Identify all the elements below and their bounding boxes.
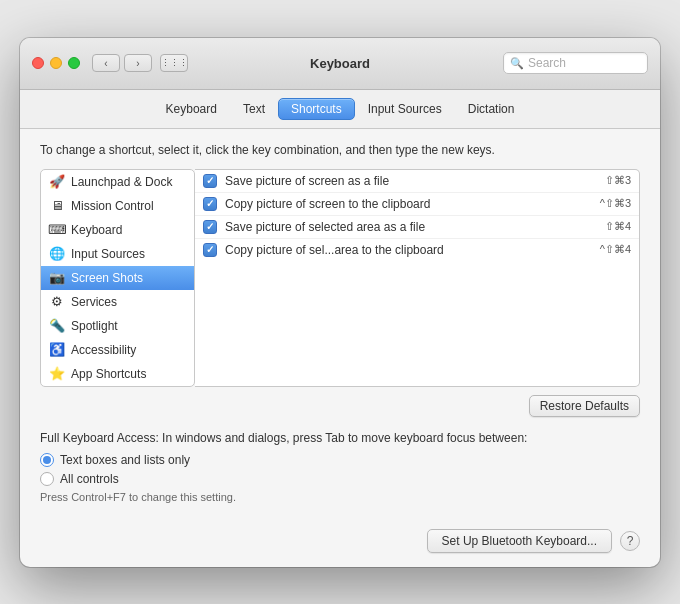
radio-option-all-controls[interactable]: All controls: [40, 472, 640, 486]
keyboard-preferences-window: ‹ › ⋮⋮⋮ Keyboard 🔍 Search Keyboard Text …: [20, 38, 660, 567]
sidebar-item-mission-control[interactable]: 🖥 Mission Control: [41, 194, 194, 218]
accessibility-icon: ♿: [49, 342, 65, 358]
search-placeholder: Search: [528, 56, 566, 70]
shortcut-label: Save picture of selected area as a file: [225, 220, 597, 234]
shortcut-row-1[interactable]: ✓ Copy picture of screen to the clipboar…: [195, 193, 639, 216]
app-shortcuts-icon: ⭐: [49, 366, 65, 382]
radio-all-controls[interactable]: [40, 472, 54, 486]
shortcut-keys: ^⇧⌘3: [600, 197, 631, 210]
tab-text[interactable]: Text: [230, 98, 278, 120]
tab-keyboard[interactable]: Keyboard: [153, 98, 230, 120]
spotlight-icon: 🔦: [49, 318, 65, 334]
checkbox-save-screen-file[interactable]: ✓: [203, 174, 217, 188]
sidebar-item-label: Input Sources: [71, 247, 145, 261]
sidebar-item-label: Keyboard: [71, 223, 122, 237]
maximize-button[interactable]: [68, 57, 80, 69]
forward-button[interactable]: ›: [124, 54, 152, 72]
sidebar: 🚀 Launchpad & Dock 🖥 Mission Control ⌨ K…: [40, 169, 195, 387]
window-title: Keyboard: [310, 56, 370, 71]
shortcut-row-0[interactable]: ✓ Save picture of screen as a file ⇧⌘3: [195, 170, 639, 193]
tabs-bar: Keyboard Text Shortcuts Input Sources Di…: [20, 90, 660, 129]
tab-input-sources[interactable]: Input Sources: [355, 98, 455, 120]
close-button[interactable]: [32, 57, 44, 69]
restore-btn-row: Restore Defaults: [40, 395, 640, 417]
radio-text-lists[interactable]: [40, 453, 54, 467]
content-area: To change a shortcut, select it, click t…: [20, 129, 660, 519]
control-info-text: Press Control+F7 to change this setting.: [40, 491, 640, 503]
setup-bluetooth-button[interactable]: Set Up Bluetooth Keyboard...: [427, 529, 612, 553]
grid-button[interactable]: ⋮⋮⋮: [160, 54, 188, 72]
instruction-text: To change a shortcut, select it, click t…: [40, 143, 640, 157]
search-box[interactable]: 🔍 Search: [503, 52, 648, 74]
help-button[interactable]: ?: [620, 531, 640, 551]
checkbox-save-area-file[interactable]: ✓: [203, 220, 217, 234]
restore-defaults-button[interactable]: Restore Defaults: [529, 395, 640, 417]
checkbox-copy-area-clipboard[interactable]: ✓: [203, 243, 217, 257]
full-keyboard-title: Full Keyboard Access: In windows and dia…: [40, 431, 640, 445]
radio-dot: [43, 456, 51, 464]
sidebar-item-app-shortcuts[interactable]: ⭐ App Shortcuts: [41, 362, 194, 386]
back-button[interactable]: ‹: [92, 54, 120, 72]
shortcuts-panel: ✓ Save picture of screen as a file ⇧⌘3 ✓…: [195, 169, 640, 387]
full-keyboard-section: Full Keyboard Access: In windows and dia…: [40, 431, 640, 503]
checkbox-copy-screen-clipboard[interactable]: ✓: [203, 197, 217, 211]
sidebar-item-services[interactable]: ⚙ Services: [41, 290, 194, 314]
screen-shots-icon: 📷: [49, 270, 65, 286]
shortcut-row-2[interactable]: ✓ Save picture of selected area as a fil…: [195, 216, 639, 239]
sidebar-item-launchpad[interactable]: 🚀 Launchpad & Dock: [41, 170, 194, 194]
mission-control-icon: 🖥: [49, 198, 65, 214]
sidebar-item-spotlight[interactable]: 🔦 Spotlight: [41, 314, 194, 338]
checkmark-icon: ✓: [206, 199, 214, 209]
shortcut-keys: ^⇧⌘4: [600, 243, 631, 256]
traffic-lights: [32, 57, 80, 69]
radio-option-text-lists[interactable]: Text boxes and lists only: [40, 453, 640, 467]
shortcut-label: Save picture of screen as a file: [225, 174, 597, 188]
shortcut-keys: ⇧⌘4: [605, 220, 631, 233]
tab-dictation[interactable]: Dictation: [455, 98, 528, 120]
nav-buttons: ‹ ›: [92, 54, 152, 72]
sidebar-item-input-sources[interactable]: 🌐 Input Sources: [41, 242, 194, 266]
tab-shortcuts[interactable]: Shortcuts: [278, 98, 355, 120]
search-icon: 🔍: [510, 57, 524, 70]
titlebar: ‹ › ⋮⋮⋮ Keyboard 🔍 Search: [20, 38, 660, 90]
radio-label-text-lists: Text boxes and lists only: [60, 453, 190, 467]
keyboard-icon: ⌨: [49, 222, 65, 238]
checkmark-icon: ✓: [206, 245, 214, 255]
sidebar-item-label: Launchpad & Dock: [71, 175, 172, 189]
shortcut-row-3[interactable]: ✓ Copy picture of sel...area to the clip…: [195, 239, 639, 261]
input-sources-icon: 🌐: [49, 246, 65, 262]
shortcut-label: Copy picture of screen to the clipboard: [225, 197, 592, 211]
checkmark-icon: ✓: [206, 176, 214, 186]
minimize-button[interactable]: [50, 57, 62, 69]
shortcut-keys: ⇧⌘3: [605, 174, 631, 187]
launchpad-icon: 🚀: [49, 174, 65, 190]
sidebar-item-accessibility[interactable]: ♿ Accessibility: [41, 338, 194, 362]
radio-label-all-controls: All controls: [60, 472, 119, 486]
sidebar-item-label: Services: [71, 295, 117, 309]
sidebar-item-label: Screen Shots: [71, 271, 143, 285]
sidebar-item-screen-shots[interactable]: 📷 Screen Shots: [41, 266, 194, 290]
main-area: 🚀 Launchpad & Dock 🖥 Mission Control ⌨ K…: [40, 169, 640, 387]
services-icon: ⚙: [49, 294, 65, 310]
bottom-bar: Set Up Bluetooth Keyboard... ?: [20, 519, 660, 567]
sidebar-item-label: App Shortcuts: [71, 367, 146, 381]
shortcut-label: Copy picture of sel...area to the clipbo…: [225, 243, 592, 257]
sidebar-item-label: Mission Control: [71, 199, 154, 213]
sidebar-item-label: Accessibility: [71, 343, 136, 357]
sidebar-item-keyboard[interactable]: ⌨ Keyboard: [41, 218, 194, 242]
sidebar-item-label: Spotlight: [71, 319, 118, 333]
checkmark-icon: ✓: [206, 222, 214, 232]
